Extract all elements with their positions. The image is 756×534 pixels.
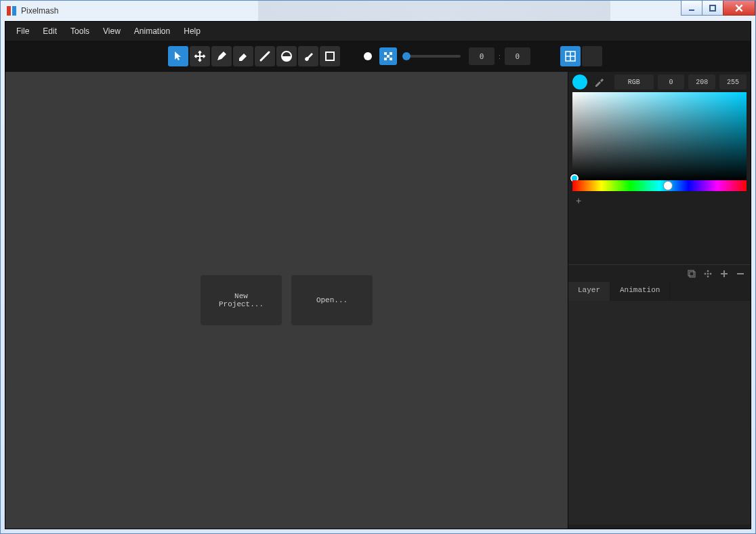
svg-point-25	[707, 270, 709, 272]
tool-line[interactable]	[255, 46, 275, 66]
hue-cursor[interactable]	[663, 181, 673, 190]
menu-animation[interactable]: Animation	[127, 22, 177, 40]
svg-rect-3	[710, 5, 715, 11]
size-width-field[interactable]: 0	[469, 47, 495, 65]
tool-eraser[interactable]	[233, 46, 253, 66]
layer-merge-icon[interactable]	[702, 268, 714, 280]
svg-rect-16	[387, 55, 390, 58]
size-separator: :	[497, 53, 502, 60]
slider-knob[interactable]	[402, 52, 411, 60]
svg-rect-20	[688, 270, 694, 276]
svg-point-11	[364, 52, 372, 60]
menu-tools[interactable]: Tools	[64, 22, 96, 40]
minimize-button[interactable]	[681, 1, 702, 16]
menu-help[interactable]: Help	[177, 22, 207, 40]
tool-move[interactable]	[190, 46, 210, 66]
brush-size-slider[interactable]	[402, 55, 461, 58]
brush-shape-circle[interactable]	[359, 47, 377, 65]
layer-duplicate-icon[interactable]	[686, 268, 698, 280]
color-mode-field[interactable]: RGB	[614, 75, 654, 89]
layer-add-icon[interactable]	[718, 268, 730, 280]
svg-line-8	[261, 52, 269, 60]
color-r-field[interactable]: 0	[658, 75, 685, 89]
color-g-field[interactable]: 208	[688, 75, 715, 89]
color-b-field[interactable]: 255	[719, 75, 747, 89]
grid-settings[interactable]	[582, 46, 602, 66]
open-button[interactable]: Open...	[291, 275, 373, 325]
layer-delete-icon[interactable]	[734, 268, 747, 280]
svg-rect-21	[690, 272, 695, 277]
svg-rect-14	[384, 58, 387, 60]
svg-point-26	[707, 276, 709, 277]
svg-rect-12	[384, 52, 387, 55]
svg-rect-10	[326, 52, 334, 60]
menu-file[interactable]: File	[9, 22, 36, 40]
eyedropper-button[interactable]	[591, 75, 606, 89]
svg-rect-1	[12, 6, 16, 16]
svg-point-23	[707, 273, 709, 274]
hue-slider[interactable]	[572, 180, 747, 191]
menu-edit[interactable]: Edit	[36, 22, 64, 40]
tool-brush[interactable]	[298, 46, 318, 66]
right-panel: RGB 0 208 255 +	[568, 72, 751, 529]
tab-animation[interactable]: Animation	[610, 282, 670, 301]
menu-view[interactable]: View	[96, 22, 127, 40]
titlebar-decoration	[258, 1, 610, 21]
app-title: Pixelmash	[21, 6, 58, 16]
tool-rect[interactable]	[320, 46, 340, 66]
svg-point-24	[710, 273, 711, 274]
saturation-value-picker[interactable]	[572, 92, 747, 180]
canvas-area: New Project... Open...	[5, 72, 568, 529]
menubar: File Edit Tools View Animation Help	[5, 22, 751, 41]
grid-toggle[interactable]	[560, 46, 581, 66]
titlebar[interactable]: Pixelmash	[1, 1, 755, 21]
toolbar: 0 : 0	[5, 41, 751, 72]
svg-rect-13	[390, 52, 392, 55]
size-height-field[interactable]: 0	[505, 47, 530, 65]
svg-rect-15	[390, 58, 392, 60]
current-color-swatch[interactable]	[572, 75, 587, 89]
new-project-button[interactable]: New Project...	[201, 275, 282, 325]
app-icon	[6, 5, 17, 16]
tool-select[interactable]	[168, 46, 188, 66]
tab-layer[interactable]: Layer	[568, 282, 610, 301]
svg-point-22	[705, 273, 706, 274]
layer-list	[568, 301, 751, 525]
close-button[interactable]	[723, 1, 755, 16]
svg-rect-0	[7, 6, 11, 16]
tool-pencil[interactable]	[211, 46, 232, 66]
tool-bucket[interactable]	[276, 46, 297, 66]
add-swatch-button[interactable]: +	[572, 194, 585, 207]
maximize-button[interactable]	[702, 1, 723, 16]
brush-shape-square[interactable]	[379, 47, 397, 65]
